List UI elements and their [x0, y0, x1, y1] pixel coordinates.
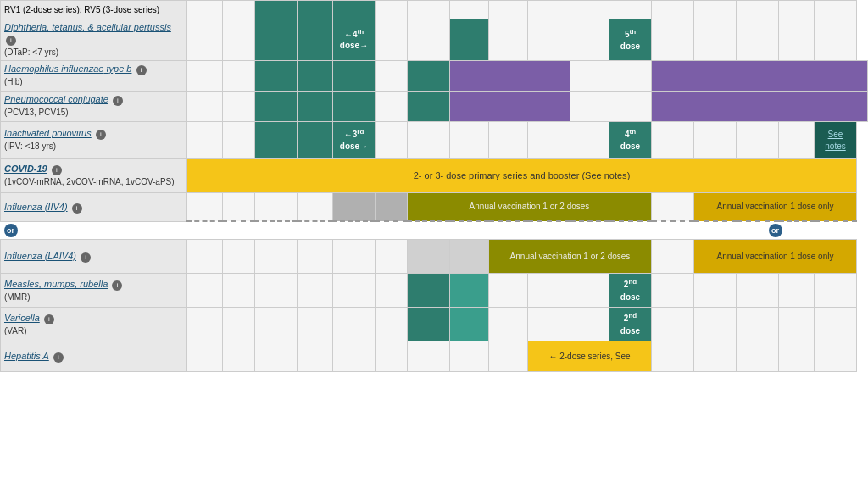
- ipv-sub: (IPV: <18 yrs): [4, 141, 56, 151]
- influenza-iiv4-row: Influenza (IIV4) i Annual vaccination 1 …: [1, 192, 868, 221]
- laiv4-name: Influenza (LAIV4) i: [1, 240, 187, 274]
- iiv4-name: Influenza (IIV4) i: [1, 192, 187, 221]
- laiv4-info-icon[interactable]: i: [81, 252, 91, 263]
- rv-label: RV1 (2-dose series); RV5 (3-dose series): [4, 5, 159, 14]
- ipv-4dose: 4thdose: [620, 130, 640, 151]
- hepa-link[interactable]: Hepatitis A: [4, 351, 49, 361]
- iiv4-annual2: Annual vaccination 1 dose only: [717, 202, 834, 211]
- or-row: or or: [1, 221, 868, 240]
- iiv4-link[interactable]: Influenza (IIV4): [4, 202, 68, 212]
- dtap-5dose-label: 5thdose: [620, 30, 640, 51]
- dtap-sub: (DTaP: <7 yrs): [4, 47, 58, 57]
- ipv-row: Inactivated poliovirus i (IPV: <18 yrs) …: [1, 121, 868, 158]
- dtap-link[interactable]: Diphtheria, tetanus, & acellular pertuss…: [4, 22, 171, 32]
- laiv4-link[interactable]: Influenza (LAIV4): [4, 251, 76, 261]
- covid-info-icon[interactable]: i: [52, 165, 62, 175]
- covid-name: COVID-19 i (1vCOV-mRNA, 2vCOV-mRNA, 1vCO…: [1, 158, 187, 192]
- pcv-row: Pneumococcal conjugate i (PCV13, PCV15): [1, 91, 868, 121]
- ipv-3dose: ←3rd dose→: [340, 130, 368, 151]
- hib-link[interactable]: Haemophilus influenzae type b: [4, 64, 131, 74]
- pcv-info-icon[interactable]: i: [113, 96, 123, 106]
- mmr-name: Measles, mumps, rubella i (MMR): [1, 274, 187, 308]
- hepa-info-icon[interactable]: i: [53, 352, 64, 363]
- or-circle-right: or: [769, 224, 782, 237]
- covid-link[interactable]: COVID-19: [4, 164, 47, 174]
- varicella-2dose: 2nddose: [620, 313, 640, 335]
- pcv-name: Pneumococcal conjugate i (PCV13, PCV15): [1, 91, 187, 121]
- laiv4-annual2: Annual vaccination 1 dose only: [717, 252, 834, 261]
- mmr-info-icon[interactable]: i: [112, 280, 122, 291]
- ipv-info-icon[interactable]: i: [96, 130, 106, 140]
- dtap-name: Diphtheria, tetanus, & acellular pertuss…: [1, 19, 187, 61]
- dtap-4dose-label: ←4th dose→: [340, 30, 368, 50]
- or-label-cell: or: [1, 221, 187, 240]
- hepa-name: Hepatitis A i: [1, 341, 187, 372]
- iiv4-annual1: Annual vaccination 1 or 2 doses: [470, 202, 590, 211]
- covid-sub: (1vCOV-mRNA, 2vCOV-mRNA, 1vCOV-aPS): [4, 177, 175, 186]
- hib-info-icon[interactable]: i: [136, 65, 147, 75]
- covid-notes-link[interactable]: notes: [604, 170, 627, 180]
- laiv4-annual1: Annual vaccination 1 or 2 doses: [510, 252, 631, 261]
- hib-sub: (Hib): [4, 77, 23, 86]
- mmr-link[interactable]: Measles, mumps, rubella: [4, 279, 108, 289]
- varicella-sub: (VAR): [4, 326, 26, 336]
- varicella-name: Varicella i (VAR): [1, 308, 187, 341]
- mmr-2dose: 2nddose: [620, 280, 640, 301]
- vaccine-schedule-table: RV1 (2-dose series); RV5 (3-dose series)…: [0, 0, 868, 372]
- covid-row: COVID-19 i (1vCOV-mRNA, 2vCOV-mRNA, 1vCO…: [1, 158, 868, 192]
- rv-row: RV1 (2-dose series); RV5 (3-dose series): [1, 1, 868, 19]
- varicella-row: Varicella i (VAR) 2nddose: [1, 308, 868, 341]
- mmr-sub: (MMR): [4, 292, 31, 302]
- rv-name: RV1 (2-dose series); RV5 (3-dose series): [1, 1, 187, 19]
- ipv-link[interactable]: Inactivated poliovirus: [4, 128, 92, 138]
- dtap-row: Diphtheria, tetanus, & acellular pertuss…: [1, 19, 868, 61]
- hepa-2dose-banner: ← 2-dose series, See: [548, 352, 630, 361]
- or-circle: or: [4, 224, 18, 237]
- iiv4-info-icon[interactable]: i: [72, 203, 82, 214]
- covid-banner: 2- or 3- dose primary series and booster…: [414, 170, 631, 180]
- pcv-sub: (PCV13, PCV15): [4, 108, 69, 117]
- hib-row: Haemophilus influenzae type b i (Hib): [1, 60, 868, 91]
- ipv-name: Inactivated poliovirus i (IPV: <18 yrs): [1, 121, 187, 158]
- mmr-row: Measles, mumps, rubella i (MMR) 2nddose: [1, 274, 868, 308]
- pcv-link[interactable]: Pneumococcal conjugate: [4, 94, 108, 104]
- influenza-laiv4-row: Influenza (LAIV4) i Annual vaccination 1…: [1, 240, 868, 274]
- dtap-info-icon[interactable]: i: [6, 36, 16, 46]
- varicella-link[interactable]: Varicella: [4, 313, 40, 323]
- hib-name: Haemophilus influenzae type b i (Hib): [1, 60, 187, 91]
- ipv-see-notes[interactable]: Seenotes: [825, 130, 845, 151]
- varicella-info-icon[interactable]: i: [44, 314, 54, 324]
- hepa-row: Hepatitis A i ← 2-dose series, See: [1, 341, 868, 372]
